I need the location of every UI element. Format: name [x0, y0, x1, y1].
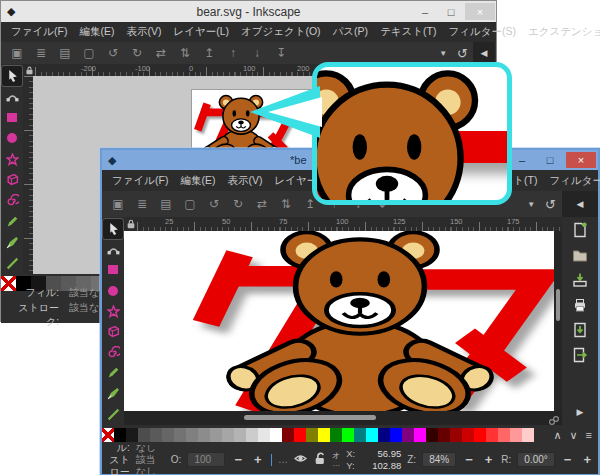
- tool-pencil[interactable]: [103, 363, 123, 383]
- menu-item[interactable]: 編集(E): [174, 172, 221, 190]
- palette-swatch[interactable]: [438, 428, 450, 442]
- palette-swatch[interactable]: [258, 428, 270, 442]
- select-all-icon[interactable]: ▣: [106, 195, 130, 213]
- tool-calligraphy[interactable]: [2, 232, 22, 252]
- menu-item[interactable]: 編集(E): [73, 23, 120, 41]
- tool-ellipse[interactable]: [103, 281, 123, 301]
- vertical-scrollbar[interactable]: [554, 231, 562, 411]
- palette-swatch[interactable]: [402, 428, 414, 442]
- chevron-down-icon[interactable]: ▼: [439, 49, 447, 58]
- flip-vertical-icon[interactable]: ⇅: [274, 195, 298, 213]
- palette-swatch[interactable]: [138, 428, 150, 442]
- palette-swatch[interactable]: [126, 428, 138, 442]
- menu-item[interactable]: エクステンション(N): [522, 23, 600, 41]
- collapse-panel-icon[interactable]: ◀: [473, 42, 495, 64]
- minimize-button[interactable]: –: [412, 3, 438, 20]
- zoom-out-button[interactable]: −: [462, 452, 476, 467]
- palette-swatch[interactable]: [186, 428, 198, 442]
- palette-swatch[interactable]: [354, 428, 366, 442]
- bear-drawing-large[interactable]: [150, 231, 554, 411]
- document-print-icon[interactable]: [572, 292, 588, 317]
- palette-swatch[interactable]: [210, 428, 222, 442]
- tool-spiral[interactable]: [103, 343, 123, 363]
- palette-swatch[interactable]: [510, 428, 522, 442]
- palette-swatch[interactable]: [474, 428, 486, 442]
- ruler-lock-icon[interactable]: [23, 64, 35, 76]
- lower-icon[interactable]: ↓: [245, 44, 269, 62]
- palette-swatch[interactable]: [162, 428, 174, 442]
- maximize-button[interactable]: □: [438, 3, 464, 20]
- zoom-in-button[interactable]: +: [482, 452, 496, 467]
- lower-to-bottom-icon[interactable]: ↧: [269, 44, 293, 62]
- select-all-layers-icon[interactable]: ≣: [29, 44, 53, 62]
- layer-lock-icon[interactable]: [313, 452, 326, 467]
- menu-item[interactable]: パス(P): [327, 23, 375, 41]
- palette-swatch[interactable]: [366, 428, 378, 442]
- snap-icon[interactable]: ↺: [457, 46, 468, 61]
- expand-panel-icon[interactable]: ▶: [577, 407, 584, 425]
- tool-star[interactable]: [103, 301, 123, 321]
- rotation-increase-button[interactable]: +: [580, 452, 594, 467]
- rotation-decrease-button[interactable]: −: [561, 452, 575, 467]
- chevron-down-icon[interactable]: ▼: [527, 200, 535, 209]
- palette-swatch[interactable]: [198, 428, 210, 442]
- layer-visibility-icon[interactable]: [294, 452, 307, 467]
- palette-swatch[interactable]: [102, 428, 114, 442]
- tool-selector[interactable]: [103, 219, 123, 239]
- bounding-box-icon[interactable]: ▢: [77, 44, 101, 62]
- rotate-ccw-icon[interactable]: ↺: [202, 195, 226, 213]
- opacity-decrease-button[interactable]: −: [231, 452, 245, 467]
- palette-swatch[interactable]: [342, 428, 354, 442]
- tool-node-editor[interactable]: [103, 240, 123, 260]
- select-all-layers-icon[interactable]: ≣: [130, 195, 154, 213]
- deselect-icon[interactable]: ▤: [154, 195, 178, 213]
- document-new-icon[interactable]: [572, 217, 588, 242]
- opacity-input[interactable]: 100: [187, 452, 225, 467]
- raise-to-top-icon[interactable]: ↥: [197, 44, 221, 62]
- palette-swatch[interactable]: [294, 428, 306, 442]
- palette-scroll-up-icon[interactable]: ∧: [553, 429, 561, 442]
- palette-swatch[interactable]: [270, 428, 282, 442]
- stroke-value[interactable]: 該当なし: [136, 454, 157, 475]
- deselect-icon[interactable]: ▤: [53, 44, 77, 62]
- tool-star[interactable]: [2, 149, 22, 169]
- palette-swatch[interactable]: [246, 428, 258, 442]
- menu-item[interactable]: フィルター(S): [443, 23, 522, 41]
- rotation-input[interactable]: 0.00°: [517, 452, 554, 467]
- minimize-button[interactable]: –: [508, 152, 536, 168]
- tool-box-3d[interactable]: [2, 170, 22, 190]
- raise-icon[interactable]: ↑: [221, 44, 245, 62]
- canvas[interactable]: [124, 231, 554, 411]
- palette-swatch[interactable]: [378, 428, 390, 442]
- opacity-increase-button[interactable]: +: [251, 452, 265, 467]
- tool-eraser[interactable]: [103, 404, 123, 424]
- tool-selector[interactable]: [2, 66, 22, 86]
- maximize-button[interactable]: □: [536, 152, 564, 168]
- tool-rectangle[interactable]: [103, 260, 123, 280]
- close-button[interactable]: ×: [566, 152, 596, 168]
- palette-swatch[interactable]: [222, 428, 234, 442]
- rotate-cw-icon[interactable]: ↻: [226, 195, 250, 213]
- document-open-icon[interactable]: [572, 242, 588, 267]
- palette-swatch[interactable]: [498, 428, 510, 442]
- palette-swatch[interactable]: [486, 428, 498, 442]
- palette-swatch[interactable]: [114, 428, 126, 442]
- flip-vertical-icon[interactable]: ⇅: [173, 44, 197, 62]
- menu-item[interactable]: レイヤー(L): [167, 23, 235, 41]
- tool-node-editor[interactable]: [2, 87, 22, 107]
- menu-item[interactable]: ファイル(F): [106, 172, 174, 190]
- palette-swatch[interactable]: [414, 428, 426, 442]
- ruler-lock-icon[interactable]: [124, 217, 137, 231]
- palette-swatch[interactable]: [234, 428, 246, 442]
- menu-item[interactable]: 表示(V): [120, 23, 167, 41]
- tool-pencil[interactable]: [2, 212, 22, 232]
- close-button[interactable]: ×: [465, 3, 495, 20]
- snap-icon[interactable]: ↺: [545, 197, 556, 212]
- palette-swatch[interactable]: [330, 428, 342, 442]
- tool-spiral[interactable]: [2, 191, 22, 211]
- flip-horizontal-icon[interactable]: ⇄: [149, 44, 173, 62]
- layer-selector[interactable]: オ…: [332, 452, 340, 468]
- select-all-icon[interactable]: ▣: [5, 44, 29, 62]
- zoom-input[interactable]: 84%: [422, 452, 456, 467]
- menu-item[interactable]: 表示(V): [221, 172, 268, 190]
